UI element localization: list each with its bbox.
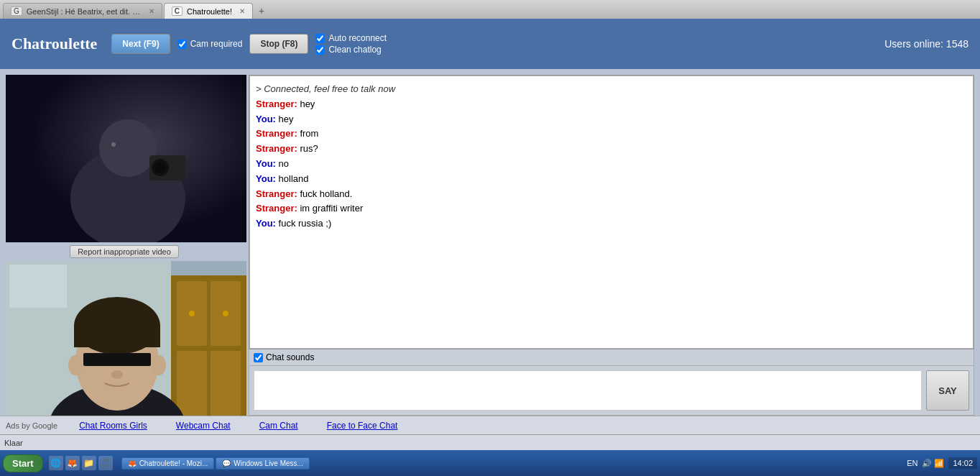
chat-input-area: SAY [249, 366, 974, 416]
tab-1[interactable]: G GeenStijl : Hé Beatrix, eet dit. Chatr… [3, 3, 162, 19]
clean-chatlog-option: Clean chatlog [315, 45, 387, 55]
chat-input[interactable] [254, 370, 922, 411]
svg-point-25 [68, 355, 83, 375]
taskbar-icon-ff[interactable]: 🦊 [65, 456, 80, 470]
chat-messages: Stranger: heyYou: heyStranger: fromStran… [256, 97, 967, 232]
message-text: holland [276, 173, 309, 184]
chat-message: Stranger: fuck holland. [256, 187, 967, 202]
taskbar-app-messenger-label: Windows Live Mess... [234, 459, 303, 467]
footer-link-1[interactable]: Chat Rooms Girls [79, 421, 147, 431]
svg-point-6 [154, 162, 166, 173]
new-tab-button[interactable]: + [254, 3, 269, 19]
taskbar-app-firefox-icon: 🦊 [128, 459, 137, 467]
tab-2[interactable]: C Chatroulette! ✕ [164, 3, 253, 19]
footer-links: Ads by Google Chat Rooms Girls Webcam Ch… [0, 416, 980, 434]
taskbar-app-firefox-label: Chatroulette! - Mozi... [139, 459, 208, 467]
left-panel: Report inappropriate video [0, 69, 249, 416]
chat-sounds-option: Chat sounds [254, 352, 314, 362]
taskbar-lang: EN [907, 459, 917, 467]
report-button[interactable]: Report inappropriate video [70, 245, 179, 258]
svg-rect-13 [211, 351, 241, 416]
main-content: Report inappropriate video [0, 69, 980, 416]
chat-panel: > Connected, feel free to talk now Stran… [249, 75, 974, 349]
say-button[interactable]: SAY [926, 370, 969, 411]
connected-message: > Connected, feel free to talk now [256, 82, 967, 97]
chat-sounds-checkbox[interactable] [254, 353, 263, 362]
footer-link-4[interactable]: Face to Face Chat [327, 421, 398, 431]
message-text: im graffiti writer [297, 203, 364, 214]
stranger-cam-svg [6, 75, 246, 242]
auto-reconnect-checkbox[interactable] [315, 34, 325, 43]
auto-reconnect-label: Auto reconnect [328, 33, 387, 43]
taskbar-clock: 14:02 [948, 457, 977, 469]
chat-message: You: fuck russia ;) [256, 216, 967, 232]
message-text: fuck russia ;) [276, 218, 331, 229]
browser-window: G GeenStijl : Hé Beatrix, eet dit. Chatr… [0, 0, 980, 476]
svg-point-3 [99, 119, 157, 177]
taskbar-app-messenger[interactable]: 💬 Windows Live Mess... [216, 457, 310, 470]
svg-point-14 [189, 311, 195, 316]
users-online: Users online: 1548 [884, 38, 969, 50]
taskbar: Start 🌐 🦊 📁 🎵 🦊 Chatroulette! - Mozi... … [0, 450, 980, 476]
chat-sounds-label: Chat sounds [266, 352, 314, 362]
message-sender: You: [256, 218, 276, 229]
status-text: Klaar [4, 439, 23, 447]
message-text: no [276, 158, 289, 169]
ads-label: Ads by Google [6, 421, 57, 430]
taskbar-running-apps: 🦊 Chatroulette! - Mozi... 💬 Windows Live… [121, 457, 905, 470]
tab2-label: Chatroulette! [187, 7, 232, 16]
message-sender: You: [256, 158, 276, 169]
auto-reconnect-option: Auto reconnect [315, 33, 387, 43]
svg-point-15 [223, 311, 228, 316]
header-options: Auto reconnect Clean chatlog [315, 33, 387, 55]
chat-message: You: hey [256, 112, 967, 127]
svg-point-26 [152, 355, 166, 375]
chat-message: Stranger: im graffiti writer [256, 201, 967, 216]
footer-link-3[interactable]: Cam Chat [259, 421, 298, 431]
svg-rect-23 [83, 353, 151, 366]
message-text: fuck holland. [297, 188, 353, 199]
taskbar-app-firefox[interactable]: 🦊 Chatroulette! - Mozi... [121, 457, 215, 470]
message-sender: You: [256, 173, 276, 184]
stranger-webcam [6, 75, 246, 242]
cam-required-checkbox[interactable] [177, 40, 187, 49]
footer-link-2[interactable]: Webcam Chat [176, 421, 231, 431]
svg-point-24 [111, 370, 123, 379]
tab1-label: GeenStijl : Hé Beatrix, eet dit. Chatro.… [27, 7, 142, 16]
message-sender: Stranger: [256, 203, 297, 214]
tab-bar: G GeenStijl : Hé Beatrix, eet dit. Chatr… [0, 0, 980, 19]
taskbar-icon-ie[interactable]: 🌐 [49, 456, 63, 470]
message-sender: Stranger: [256, 128, 297, 139]
stop-button[interactable]: Stop (F8) [249, 34, 308, 54]
taskbar-icon-folder[interactable]: 📁 [82, 456, 96, 470]
report-btn-container: Report inappropriate video [0, 242, 249, 261]
app-header: Chatroulette Next (F9) Cam required Stop… [0, 19, 980, 69]
taskbar-icons-sys: 🔊 📶 [922, 459, 944, 468]
next-button[interactable]: Next (F9) [111, 34, 170, 54]
chat-controls: Chat sounds [249, 349, 974, 366]
taskbar-quick-launch: 🌐 🦊 📁 🎵 [49, 456, 113, 470]
svg-point-7 [111, 142, 116, 147]
cam-required-label: Cam required [190, 39, 243, 49]
chat-area[interactable]: > Connected, feel free to talk now Stran… [249, 75, 974, 349]
clean-chatlog-checkbox[interactable] [315, 45, 325, 55]
taskbar-app-messenger-icon: 💬 [222, 459, 231, 467]
message-text: rus? [297, 143, 318, 154]
chat-message: Stranger: from [256, 127, 967, 142]
message-text: hey [276, 114, 294, 124]
self-cam-svg [6, 261, 246, 416]
tab2-close[interactable]: ✕ [239, 7, 245, 15]
app-title: Chatroulette [11, 35, 97, 53]
start-button[interactable]: Start [3, 454, 43, 472]
message-sender: Stranger: [256, 99, 297, 109]
chat-message: You: holland [256, 172, 967, 187]
svg-rect-22 [74, 326, 160, 347]
clean-chatlog-label: Clean chatlog [328, 45, 381, 55]
self-webcam [6, 261, 246, 416]
message-sender: Stranger: [256, 188, 297, 199]
tab1-close[interactable]: ✕ [149, 7, 154, 15]
message-text: hey [297, 99, 315, 109]
taskbar-icon-media[interactable]: 🎵 [98, 456, 113, 470]
status-bar: Klaar [0, 434, 980, 450]
chat-message: You: no [256, 157, 967, 172]
